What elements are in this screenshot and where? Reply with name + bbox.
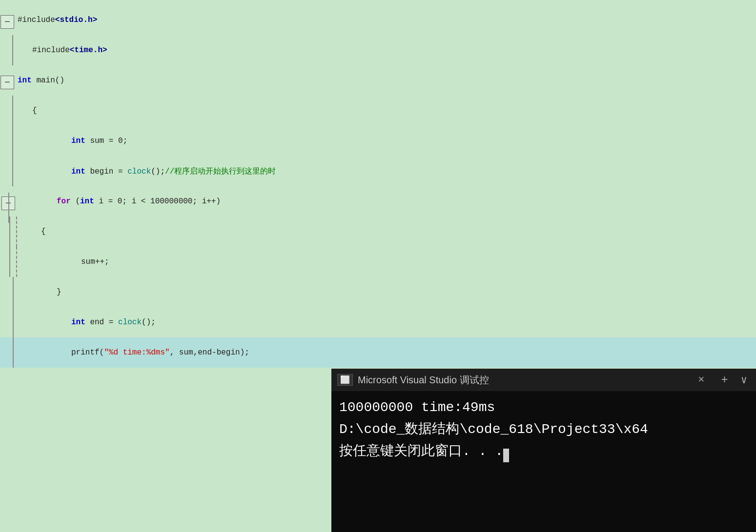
terminal-panel: ⬜ Microsoft Visual Studio 调试控 × + ∨ 1000…: [331, 369, 756, 532]
token: #include: [32, 46, 70, 55]
token: end =: [85, 318, 118, 327]
token: printf(: [71, 348, 104, 357]
terminal-output-line-2: D:\code_数据结构\code_618\Project33\x64: [339, 419, 748, 441]
terminal-body: 100000000 time:49ms D:\code_数据结构\code_61…: [331, 391, 756, 532]
token: , sum,end-begin);: [170, 348, 249, 357]
code-line-11: int end = clock();: [0, 307, 756, 337]
code-line-9: sum++;: [0, 247, 756, 277]
token: begin =: [85, 167, 127, 176]
terminal-output-line-3: 按任意键关闭此窗口. . .: [339, 441, 748, 463]
terminal-icon: ⬜: [337, 374, 353, 386]
code-editor: − #include<stdio.h> #include<time.h> − i…: [0, 0, 756, 371]
terminal-titlebar: ⬜ Microsoft Visual Studio 调试控 × + ∨: [331, 369, 756, 391]
terminal-output-line-1: 100000000 time:49ms: [339, 397, 748, 419]
terminal-plus-button[interactable]: +: [718, 373, 731, 388]
token: i = 0; i < 100000000; i++): [94, 197, 221, 206]
fold-icon-1[interactable]: −: [0, 15, 14, 29]
token: ();: [142, 318, 156, 327]
terminal-title: Microsoft Visual Studio 调试控: [358, 374, 694, 387]
token: int: [71, 318, 85, 327]
code-line-12: printf("%d time:%dms", sum,end-begin);: [0, 337, 756, 368]
token: int: [71, 137, 85, 145]
token: sum++;: [81, 257, 109, 266]
code-line-8: {: [0, 217, 756, 247]
fold-icon-3[interactable]: −: [0, 76, 14, 89]
token: (: [71, 197, 80, 206]
token: for: [57, 197, 71, 206]
token: ();: [151, 167, 165, 176]
token: <stdio.h>: [55, 16, 97, 24]
token: sum = 0;: [85, 137, 127, 145]
token: int: [18, 76, 32, 85]
token: clock: [127, 167, 151, 176]
code-line-2: #include<time.h>: [0, 35, 756, 65]
code-line-6: int begin = clock();//程序启动开始执行到这里的时: [0, 156, 756, 186]
code-line-3: − int main(): [0, 65, 756, 96]
code-line-1: − #include<stdio.h>: [0, 5, 756, 35]
token: "%d time:%dms": [104, 348, 169, 357]
token: int: [71, 167, 85, 176]
terminal-chevron-button[interactable]: ∨: [738, 373, 750, 388]
code-line-4: {: [0, 96, 756, 126]
terminal-close-button[interactable]: ×: [694, 373, 708, 387]
token: main(): [32, 76, 64, 85]
cursor: [503, 449, 509, 462]
token: {: [32, 106, 37, 115]
token: <time.h>: [70, 46, 107, 55]
code-line-7: − for (int i = 0; i < 100000000; i++): [0, 186, 756, 217]
code-line-5: int sum = 0;: [0, 126, 756, 156]
token: #include: [18, 16, 55, 24]
token: //程序启动开始执行到这里的时: [165, 167, 276, 176]
token: clock: [118, 318, 142, 327]
token: int: [80, 197, 94, 206]
code-line-10: }: [0, 277, 756, 307]
token: }: [57, 288, 61, 296]
token: {: [41, 227, 46, 236]
